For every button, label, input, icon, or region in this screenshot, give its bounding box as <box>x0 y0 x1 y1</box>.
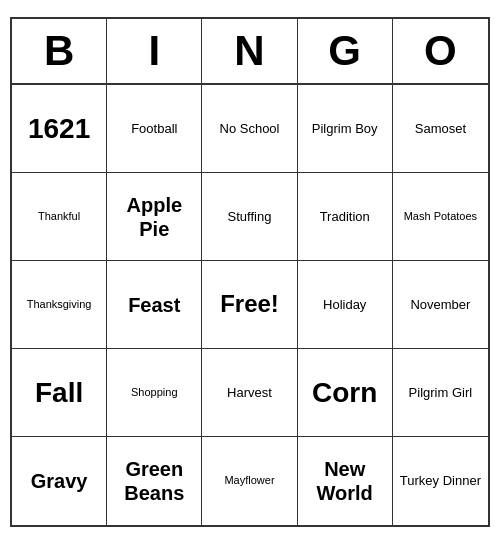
bingo-cell-11[interactable]: Feast <box>107 261 202 349</box>
bingo-cell-14[interactable]: November <box>393 261 488 349</box>
bingo-cell-4[interactable]: Samoset <box>393 85 488 173</box>
bingo-cell-16[interactable]: Shopping <box>107 349 202 437</box>
bingo-cell-21[interactable]: Green Beans <box>107 437 202 525</box>
bingo-cell-23[interactable]: New World <box>298 437 393 525</box>
bingo-cell-3[interactable]: Pilgrim Boy <box>298 85 393 173</box>
bingo-grid: 1621FootballNo SchoolPilgrim BoySamosetT… <box>12 85 488 525</box>
bingo-cell-9[interactable]: Mash Potatoes <box>393 173 488 261</box>
bingo-cell-15[interactable]: Fall <box>12 349 107 437</box>
bingo-cell-19[interactable]: Pilgrim Girl <box>393 349 488 437</box>
header-letter: O <box>393 19 488 83</box>
bingo-cell-1[interactable]: Football <box>107 85 202 173</box>
bingo-cell-10[interactable]: Thanksgiving <box>12 261 107 349</box>
bingo-cell-22[interactable]: Mayflower <box>202 437 297 525</box>
bingo-cell-17[interactable]: Harvest <box>202 349 297 437</box>
bingo-cell-2[interactable]: No School <box>202 85 297 173</box>
bingo-card: BINGO 1621FootballNo SchoolPilgrim BoySa… <box>10 17 490 527</box>
header-letter: N <box>202 19 297 83</box>
bingo-cell-0[interactable]: 1621 <box>12 85 107 173</box>
header-letter: I <box>107 19 202 83</box>
bingo-cell-7[interactable]: Stuffing <box>202 173 297 261</box>
bingo-cell-5[interactable]: Thankful <box>12 173 107 261</box>
bingo-cell-6[interactable]: Apple Pie <box>107 173 202 261</box>
header-letter: G <box>298 19 393 83</box>
bingo-cell-8[interactable]: Tradition <box>298 173 393 261</box>
bingo-cell-12[interactable]: Free! <box>202 261 297 349</box>
bingo-cell-18[interactable]: Corn <box>298 349 393 437</box>
bingo-cell-13[interactable]: Holiday <box>298 261 393 349</box>
bingo-cell-20[interactable]: Gravy <box>12 437 107 525</box>
bingo-cell-24[interactable]: Turkey Dinner <box>393 437 488 525</box>
bingo-header: BINGO <box>12 19 488 85</box>
header-letter: B <box>12 19 107 83</box>
